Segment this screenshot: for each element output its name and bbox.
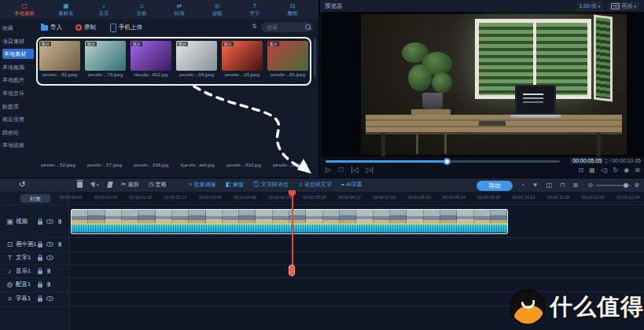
media-filename: pexels-...810.jpg — [222, 163, 266, 167]
media-thumbnail[interactable]: 图片 — [222, 41, 263, 71]
tool-tts[interactable]: 文字转语音 — [253, 181, 289, 189]
filmstrip-frame — [105, 210, 122, 223]
eye-icon[interactable] — [46, 255, 53, 260]
export-button[interactable]: 导出 — [477, 181, 513, 191]
record-button[interactable]: 录制 — [75, 22, 96, 33]
current-time[interactable]: 00:00:05.05 — [570, 157, 604, 164]
tool-stt[interactable]: 语音转文字 — [298, 181, 332, 189]
sidebar-item-9[interactable]: 本地链接 — [2, 140, 34, 150]
cover-button[interactable]: 封面 — [20, 194, 50, 203]
lock-icon[interactable] — [38, 221, 42, 225]
speaker-icon[interactable] — [57, 242, 61, 247]
speaker-icon[interactable] — [46, 269, 50, 273]
tab-library[interactable]: 素材库 — [47, 0, 85, 19]
track-separator — [0, 204, 644, 205]
media-thumbnail[interactable]: 图片 — [85, 41, 126, 71]
razor-icon[interactable] — [107, 182, 113, 188]
tab-sound[interactable]: 音效 — [123, 0, 160, 19]
tab-media[interactable]: 本地素材 — [2, 0, 47, 19]
sidebar-item-3[interactable]: 本地视频 — [2, 62, 34, 72]
tool-mask[interactable]: 蒙版 — [225, 181, 244, 189]
basic-tools: 裁剪定格 — [121, 181, 167, 189]
media-filename: istockp...812.jpg — [131, 72, 171, 77]
seek-bar[interactable] — [326, 160, 560, 163]
trash-icon[interactable] — [77, 182, 83, 188]
media-thumbnail[interactable]: 图片 — [176, 41, 217, 71]
tab-overlay[interactable]: 叠附 — [274, 0, 311, 19]
magnet-icon[interactable] — [560, 182, 565, 189]
zoom-slider-handle[interactable] — [624, 183, 628, 188]
history-icon[interactable] — [521, 182, 524, 189]
zoom-out-icon[interactable]: ⊖ — [588, 182, 594, 189]
filmstrip-frame — [189, 210, 205, 223]
watermark-text: 什么值得买 — [550, 292, 644, 323]
eye-icon[interactable] — [46, 296, 53, 301]
smart-tools: 批量调速蒙版文字转语音语音转文字AI字幕 — [189, 181, 362, 189]
media-scrollbar[interactable] — [314, 38, 316, 77]
quality-dropdown[interactable]: HD 画质 ▾ — [608, 2, 639, 11]
grid-icon[interactable] — [589, 167, 595, 174]
tool-scissors[interactable]: 裁剪 — [121, 181, 139, 189]
volume-icon[interactable] — [601, 167, 608, 174]
loop-icon[interactable] — [613, 167, 619, 174]
sidebar-item-1[interactable]: 项目素材 — [2, 36, 34, 46]
snapshot-icon[interactable] — [579, 167, 584, 174]
ruler-label: 00:00:00:00 — [59, 195, 82, 200]
media-thumbnail[interactable]: 图片 — [39, 41, 80, 71]
tool-freeze[interactable]: 定格 — [149, 181, 167, 189]
seek-handle[interactable] — [443, 158, 451, 165]
sidebar-item-8[interactable]: 回收站 — [2, 127, 34, 138]
preview-viewport[interactable] — [322, 12, 644, 157]
media-filename: pexels-...926.jpg — [129, 163, 173, 167]
mixer-icon[interactable] — [573, 182, 579, 189]
prev-frame-icon[interactable] — [351, 166, 358, 174]
eye-icon[interactable] — [46, 242, 53, 247]
text-track-icon — [6, 254, 14, 262]
lock-icon[interactable] — [38, 270, 42, 274]
media-thumbnail[interactable]: 图片 — [131, 41, 171, 71]
time-stepper[interactable]: ▴▾ — [605, 158, 607, 164]
lock-icon[interactable] — [38, 298, 42, 302]
eye-icon[interactable] — [46, 219, 53, 224]
phone-upload-button[interactable]: 手机上传 — [110, 22, 142, 33]
sidebar-item-4[interactable]: 本地图片 — [2, 75, 34, 85]
search-input[interactable] — [265, 24, 303, 31]
fullscreen-icon[interactable] — [635, 167, 640, 174]
cursor-arrow — [90, 182, 97, 189]
media-item: 图片pexels-...79.jpeg — [85, 41, 126, 77]
undo-icon[interactable]: ↺ — [19, 180, 25, 189]
sidebar-item-6[interactable]: 贴图库 — [2, 101, 34, 112]
sidebar-item-7[interactable]: 最近使用 — [2, 114, 34, 124]
preview-mode-icon[interactable] — [546, 182, 553, 189]
media-filename: pexels-...452.jpg — [268, 163, 312, 167]
sidebar-item-5[interactable]: 本地音乐 — [2, 88, 34, 98]
zoom-level-dropdown[interactable]: 1.00 倍 ▾ — [576, 2, 603, 11]
marker-icon[interactable] — [532, 182, 539, 189]
zoom-in-icon[interactable]: ⊕ — [634, 182, 639, 189]
tool-speed[interactable]: 批量调速 — [189, 181, 215, 189]
media-thumbnail[interactable]: 图片 — [267, 41, 308, 71]
lock-icon[interactable] — [38, 244, 42, 248]
import-button[interactable]: 导入 — [41, 22, 62, 33]
tool-ai[interactable]: AI字幕 — [341, 181, 362, 189]
speaker-icon[interactable] — [46, 282, 50, 287]
sidebar-item-2[interactable]: 本地素材 — [2, 49, 34, 59]
sidebar-item-0[interactable]: 收藏 — [2, 23, 34, 33]
tab-text[interactable]: 文字 — [236, 0, 274, 19]
playhead-grip[interactable] — [289, 265, 295, 276]
video-clip[interactable] — [71, 209, 508, 234]
tab-music[interactable]: 音乐 — [85, 0, 123, 19]
search-icon — [305, 24, 311, 30]
speaker-icon[interactable] — [57, 219, 61, 224]
play-icon[interactable] — [326, 166, 331, 174]
next-frame-icon[interactable] — [366, 166, 374, 174]
select-icon[interactable]: ▾ — [91, 182, 99, 188]
tab-filter[interactable]: 滤镜 — [198, 0, 236, 19]
lock-icon[interactable] — [38, 284, 42, 288]
zoom-slider[interactable] — [596, 185, 631, 186]
sort-icon[interactable]: ⇅ — [252, 23, 257, 30]
stop-icon[interactable] — [339, 166, 343, 174]
lock-icon[interactable] — [38, 257, 42, 261]
settings-icon[interactable] — [624, 167, 629, 174]
tab-transition[interactable]: 转场 — [160, 0, 198, 19]
